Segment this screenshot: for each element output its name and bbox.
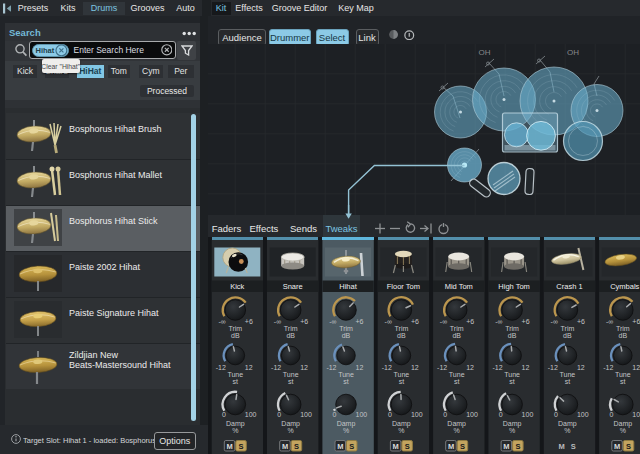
svg-text:12: 12 <box>522 364 530 371</box>
svg-text:0: 0 <box>222 411 226 418</box>
svg-text:S: S <box>294 442 299 451</box>
svg-text:12: 12 <box>245 364 253 371</box>
svg-text:st: st <box>343 378 349 385</box>
svg-text:-∞: -∞ <box>495 318 502 325</box>
svg-text:100: 100 <box>411 411 423 418</box>
svg-text:OH: OH <box>479 48 491 57</box>
svg-text:dB: dB <box>286 332 295 339</box>
svg-text:S: S <box>460 442 465 451</box>
svg-text:-∞: -∞ <box>329 318 336 325</box>
svg-text:S: S <box>626 442 631 451</box>
svg-text:12: 12 <box>466 364 474 371</box>
svg-text:0: 0 <box>499 411 503 418</box>
svg-text:0: 0 <box>333 411 337 418</box>
svg-text:-12: -12 <box>437 364 447 371</box>
svg-text:-12: -12 <box>216 364 226 371</box>
svg-text:-∞: -∞ <box>385 318 392 325</box>
svg-text:-∞: -∞ <box>551 318 558 325</box>
svg-text:M: M <box>337 442 343 451</box>
svg-text:+6: +6 <box>356 318 364 325</box>
svg-text:100: 100 <box>522 411 534 418</box>
svg-text:st: st <box>509 378 514 385</box>
svg-text:+6: +6 <box>577 318 585 325</box>
svg-text:M: M <box>226 442 232 451</box>
svg-text:S: S <box>239 442 244 451</box>
svg-text:S: S <box>349 442 354 451</box>
svg-text:12: 12 <box>411 364 419 371</box>
svg-text:st: st <box>454 378 460 385</box>
svg-text:-12: -12 <box>603 364 613 371</box>
svg-text:%: % <box>288 427 294 434</box>
svg-text:-12: -12 <box>382 364 392 371</box>
svg-text:100: 100 <box>356 411 368 418</box>
svg-text:dB: dB <box>508 332 517 339</box>
svg-text:+6: +6 <box>245 318 253 325</box>
svg-text:%: % <box>398 427 404 434</box>
svg-text:12: 12 <box>300 364 308 371</box>
svg-text:S: S <box>515 442 520 451</box>
svg-text:-12: -12 <box>548 364 558 371</box>
svg-text:0: 0 <box>554 411 558 418</box>
svg-text:M: M <box>282 442 288 451</box>
svg-text:S: S <box>571 442 576 451</box>
svg-text:+6: +6 <box>300 318 308 325</box>
svg-text:dB: dB <box>619 332 628 339</box>
svg-text:st: st <box>233 378 239 385</box>
svg-text:M: M <box>559 442 565 451</box>
svg-text:12: 12 <box>356 364 364 371</box>
svg-text:100: 100 <box>577 411 589 418</box>
svg-text:-∞: -∞ <box>440 318 447 325</box>
svg-text:100: 100 <box>245 411 257 418</box>
svg-text:%: % <box>509 427 515 434</box>
svg-text:-∞: -∞ <box>274 318 281 325</box>
svg-text:dB: dB <box>342 332 351 339</box>
svg-text:dB: dB <box>563 332 572 339</box>
svg-text:%: % <box>343 427 349 434</box>
svg-text:0: 0 <box>388 411 392 418</box>
svg-text:M: M <box>614 442 620 451</box>
svg-text:dB: dB <box>231 332 240 339</box>
svg-text:%: % <box>620 427 626 434</box>
svg-text:-∞: -∞ <box>606 318 613 325</box>
svg-text:S: S <box>405 442 410 451</box>
svg-text:M: M <box>448 442 454 451</box>
svg-text:%: % <box>564 427 570 434</box>
svg-text:0: 0 <box>443 411 447 418</box>
svg-text:100: 100 <box>632 411 640 418</box>
svg-text:st: st <box>620 378 626 385</box>
svg-text:-12: -12 <box>271 364 281 371</box>
svg-text:-12: -12 <box>326 364 336 371</box>
svg-text:st: st <box>399 378 405 385</box>
svg-text:100: 100 <box>466 411 478 418</box>
svg-text:%: % <box>454 427 460 434</box>
svg-text:dB: dB <box>397 332 406 339</box>
svg-text:0: 0 <box>277 411 281 418</box>
svg-text:+6: +6 <box>632 318 640 325</box>
svg-text:0: 0 <box>609 411 613 418</box>
svg-text:+6: +6 <box>466 318 474 325</box>
svg-text:%: % <box>232 427 238 434</box>
svg-text:st: st <box>565 378 571 385</box>
svg-text:-∞: -∞ <box>218 318 225 325</box>
svg-text:12: 12 <box>577 364 585 371</box>
svg-text:+6: +6 <box>522 318 530 325</box>
svg-text:OH: OH <box>567 48 579 57</box>
svg-text:+6: +6 <box>411 318 419 325</box>
svg-text:-12: -12 <box>492 364 502 371</box>
svg-text:M: M <box>393 442 399 451</box>
svg-text:st: st <box>288 378 294 385</box>
svg-text:100: 100 <box>300 411 312 418</box>
svg-text:dB: dB <box>452 332 461 339</box>
svg-text:M: M <box>503 442 509 451</box>
svg-text:12: 12 <box>632 364 640 371</box>
